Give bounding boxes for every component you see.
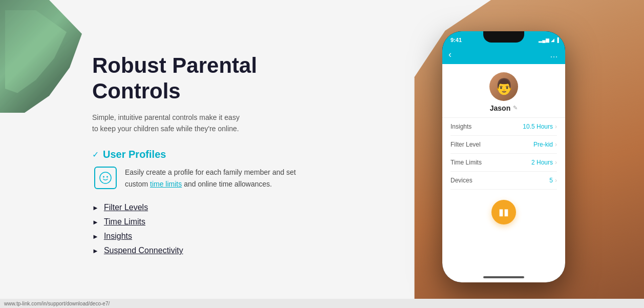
- pause-button[interactable]: ▮▮: [491, 200, 516, 224]
- time-limits-label: Time Limits: [104, 217, 145, 227]
- smiley-icon: [99, 171, 112, 184]
- time-limits-row-value: 2 Hours: [531, 159, 553, 166]
- devices-label: Devices: [450, 177, 473, 184]
- time-limits-row-right: 2 Hours ›: [531, 159, 557, 166]
- arrow-icon: ►: [92, 204, 99, 212]
- phone-header: ‹ …: [442, 46, 565, 64]
- insights-row-label: Insights: [450, 123, 471, 130]
- arrow-icon: ►: [92, 218, 99, 226]
- url-bar: www.tp-link.com/in/support/download/deco…: [0, 299, 644, 308]
- user-profiles-section: ✓ User Profiles Easily create a profile …: [92, 149, 307, 194]
- chevron-down-icon: ✓: [92, 150, 99, 159]
- phone-notch: [483, 31, 524, 43]
- avatar-image: 👨: [495, 77, 513, 95]
- avatar-name-row: Jason ✎: [490, 104, 518, 112]
- insights-row[interactable]: Insights 10.5 Hours ›: [450, 118, 557, 136]
- avatar: 👨: [489, 72, 518, 101]
- filter-levels-nav[interactable]: ► Filter Levels: [92, 203, 307, 212]
- home-bar: [483, 276, 524, 278]
- info-rows: Insights 10.5 Hours › Filter Level Pre-k…: [442, 118, 565, 190]
- time-limits-row-label: Time Limits: [450, 159, 482, 166]
- phone-shell: 9:41 ▂▄▆ ◢ ▐ ‹ … 👨: [442, 31, 565, 282]
- time-limits-nav[interactable]: ► Time Limits: [92, 217, 307, 227]
- user-profiles-header[interactable]: ✓ User Profiles: [92, 149, 307, 160]
- suspend-connectivity-label: Suspend Connectivity: [104, 246, 183, 255]
- left-panel: Robust Parental Controls Simple, intuiti…: [0, 0, 338, 308]
- insights-label: Insights: [104, 232, 132, 241]
- profile-card: Easily create a profile for each family …: [94, 167, 307, 190]
- status-time: 9:41: [450, 37, 462, 43]
- chevron-right-icon: ›: [555, 141, 557, 148]
- suspend-connectivity-nav[interactable]: ► Suspend Connectivity: [92, 246, 307, 255]
- devices-right: 5 ›: [549, 177, 557, 184]
- wifi-icon: ◢: [551, 37, 554, 43]
- right-panel: 9:41 ▂▄▆ ◢ ▐ ‹ … 👨: [338, 0, 644, 308]
- pause-icon: ▮▮: [499, 207, 509, 218]
- devices-value: 5: [549, 177, 553, 184]
- edit-icon[interactable]: ✎: [513, 105, 518, 111]
- insights-row-value: 10.5 Hours: [523, 123, 553, 130]
- page-subtitle: Simple, intuitive parental controls make…: [92, 112, 246, 135]
- svg-point-2: [106, 176, 108, 178]
- page-title: Robust Parental Controls: [92, 53, 307, 105]
- avatar-section: 👨 Jason ✎: [442, 64, 565, 118]
- pause-btn-container: ▮▮: [491, 200, 516, 224]
- arrow-icon: ►: [92, 233, 99, 240]
- time-limits-link[interactable]: time limits: [150, 180, 182, 188]
- user-profiles-title: User Profiles: [103, 149, 166, 160]
- back-button[interactable]: ‹: [448, 49, 452, 60]
- filter-level-row[interactable]: Filter Level Pre-kid ›: [450, 136, 557, 154]
- insights-row-right: 10.5 Hours ›: [523, 123, 557, 130]
- signal-icon: ▂▄▆: [539, 37, 549, 43]
- time-limits-row[interactable]: Time Limits 2 Hours ›: [450, 154, 557, 172]
- devices-row[interactable]: Devices 5 ›: [450, 172, 557, 190]
- status-icons: ▂▄▆ ◢ ▐: [539, 37, 559, 43]
- battery-icon: ▐: [556, 37, 559, 43]
- filter-level-label: Filter Level: [450, 141, 481, 148]
- arrow-icon: ►: [92, 247, 99, 255]
- nav-items: ► Filter Levels ► Time Limits ► Insights…: [92, 203, 307, 255]
- profile-icon-box: [94, 167, 117, 189]
- svg-point-0: [100, 172, 111, 183]
- menu-dots-button[interactable]: …: [550, 50, 559, 59]
- phone-content: 👨 Jason ✎ Insights 10.5 Hours ›: [442, 64, 565, 282]
- leaf-decoration: [0, 0, 82, 113]
- user-name: Jason: [490, 104, 510, 112]
- filter-levels-label: Filter Levels: [104, 203, 148, 212]
- profile-description: Easily create a profile for each family …: [125, 167, 299, 190]
- insights-nav[interactable]: ► Insights: [92, 232, 307, 241]
- chevron-right-icon: ›: [555, 159, 557, 166]
- phone-mockup: 9:41 ▂▄▆ ◢ ▐ ‹ … 👨: [442, 31, 565, 282]
- filter-level-right: Pre-kid ›: [533, 141, 557, 148]
- svg-point-1: [103, 176, 104, 178]
- url-text: www.tp-link.com/in/support/download/deco…: [4, 301, 110, 306]
- filter-level-value: Pre-kid: [533, 141, 553, 148]
- chevron-right-icon: ›: [555, 123, 557, 130]
- chevron-right-icon: ›: [555, 177, 557, 184]
